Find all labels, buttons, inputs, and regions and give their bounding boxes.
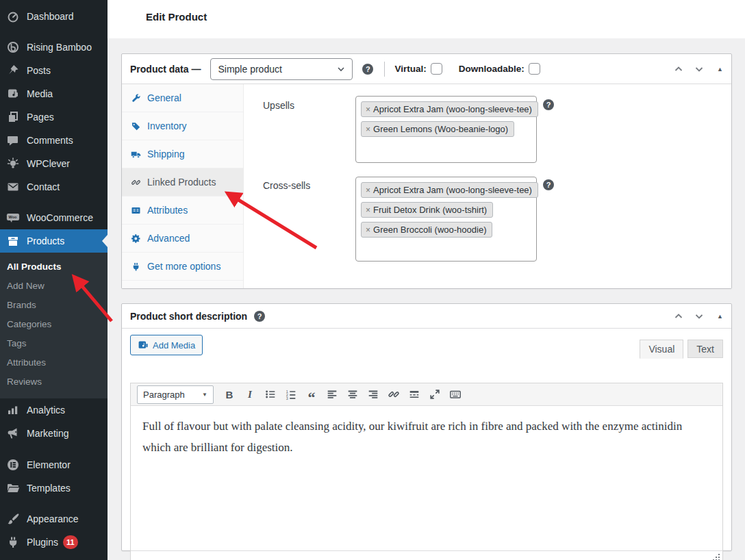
sidebar-item-pages[interactable]: Pages: [0, 105, 108, 129]
tab-inventory[interactable]: Inventory: [122, 112, 243, 140]
submenu-attributes[interactable]: Attributes: [0, 353, 108, 372]
italic-button[interactable]: I: [240, 385, 260, 403]
remove-icon[interactable]: ×: [366, 225, 370, 235]
bold-button[interactable]: B: [219, 385, 240, 403]
downloadable-checkbox[interactable]: [529, 63, 540, 75]
align-right-button[interactable]: [363, 385, 383, 403]
tag-icon: [131, 121, 141, 131]
plugins-count-badge: 11: [63, 535, 78, 549]
remove-icon[interactable]: ×: [366, 125, 370, 134]
add-media-button[interactable]: Add Media: [130, 335, 203, 355]
move-down-icon[interactable]: [694, 64, 705, 75]
lightbulb-icon: [6, 157, 20, 170]
cross-sell-tag[interactable]: ×Apricot Extra Jam (woo-long-sleeve-tee): [361, 182, 538, 198]
elementor-icon: [6, 458, 20, 472]
sidebar-item-comments[interactable]: Comments: [0, 129, 108, 152]
bullet-list-button[interactable]: [260, 385, 281, 403]
submenu-reviews[interactable]: Reviews: [0, 372, 108, 392]
tab-general[interactable]: General: [122, 84, 243, 112]
visual-editor: Paragraph ▼ B I 123 “: [130, 383, 723, 560]
sidebar-item-contact[interactable]: Contact: [0, 175, 108, 199]
align-left-button[interactable]: [322, 385, 342, 403]
megaphone-icon: [6, 427, 20, 440]
upsells-select[interactable]: ×Apricot Extra Jam (woo-long-sleeve-tee)…: [355, 96, 537, 163]
upsells-help-icon[interactable]: ?: [543, 99, 554, 110]
sidebar-item-posts[interactable]: Posts: [0, 59, 108, 82]
product-type-select[interactable]: Simple product: [210, 58, 353, 80]
paragraph-format-select[interactable]: Paragraph ▼: [137, 385, 214, 404]
gear-icon: [131, 233, 141, 244]
sidebar-item-wpclever[interactable]: WPClever: [0, 152, 108, 175]
editor-statusbar: [131, 550, 722, 560]
insert-link-button[interactable]: [383, 385, 404, 403]
product-type-value: Simple product: [218, 64, 281, 75]
keyboard-shortcuts-button[interactable]: [445, 385, 466, 403]
sidebar-item-templates[interactable]: Templates: [0, 476, 108, 500]
align-center-button[interactable]: [342, 385, 363, 403]
tab-attributes[interactable]: Attributes: [122, 196, 243, 225]
tab-visual[interactable]: Visual: [640, 340, 683, 359]
tab-shipping[interactable]: Shipping: [122, 140, 243, 168]
wordpress-admin: Dashboard Rising Bamboo Posts Media Page…: [0, 0, 745, 560]
product-data-panel: Product data — Simple product ? Virtual:…: [121, 53, 732, 289]
tab-text[interactable]: Text: [687, 340, 723, 358]
fullscreen-button[interactable]: [425, 385, 445, 403]
read-more-button[interactable]: [404, 385, 425, 403]
plug-icon: [131, 262, 141, 272]
editor-content[interactable]: Full of flavour but with palate cleansin…: [131, 406, 722, 550]
submenu-categories[interactable]: Categories: [0, 315, 108, 334]
product-data-header: Product data — Simple product ? Virtual:…: [122, 54, 731, 84]
toggle-panel-icon[interactable]: ▲: [717, 66, 723, 73]
help-icon[interactable]: ?: [362, 64, 373, 75]
plugins-icon: [6, 535, 20, 549]
cross-sells-label: Cross-sells: [263, 180, 310, 191]
cross-sells-help-icon[interactable]: ?: [543, 179, 554, 190]
short-description-header: Product short description ? ▲: [122, 304, 731, 329]
pages-icon: [6, 110, 20, 124]
upsell-tag[interactable]: ×Apricot Extra Jam (woo-long-sleeve-tee): [361, 101, 538, 117]
help-icon[interactable]: ?: [254, 311, 265, 322]
remove-icon[interactable]: ×: [366, 186, 370, 195]
resize-grip-icon[interactable]: [711, 552, 721, 560]
cross-sell-tag[interactable]: ×Green Broccoli (woo-hoodie): [361, 222, 492, 238]
linked-products-panel: Upsells ×Apricot Extra Jam (woo-long-sle…: [244, 84, 731, 288]
divider: [384, 62, 385, 77]
blockquote-button[interactable]: “: [301, 385, 322, 403]
sidebar-item-marketing[interactable]: Marketing: [0, 422, 108, 445]
analytics-icon: [6, 403, 20, 417]
svg-text:3: 3: [286, 396, 288, 400]
move-up-icon[interactable]: [673, 311, 684, 322]
sidebar-item-rising-bamboo[interactable]: Rising Bamboo: [0, 36, 108, 59]
tab-get-more-options[interactable]: Get more options: [122, 253, 243, 281]
cross-sell-tag[interactable]: ×Fruit Detox Drink (woo-tshirt): [361, 202, 493, 218]
remove-icon[interactable]: ×: [366, 105, 370, 114]
numbered-list-button[interactable]: 123: [281, 385, 301, 403]
sidebar-item-elementor[interactable]: Elementor: [0, 453, 108, 476]
sidebar-item-dashboard[interactable]: Dashboard: [0, 5, 108, 28]
sidebar-item-analytics[interactable]: Analytics: [0, 398, 108, 422]
media-icon: [138, 340, 149, 351]
upsells-label: Upsells: [263, 100, 294, 111]
sidebar-item-products[interactable]: Products: [0, 229, 108, 253]
move-up-icon[interactable]: [673, 64, 684, 75]
virtual-checkbox[interactable]: [431, 63, 442, 75]
upsell-tag[interactable]: ×Green Lemons (Woo-beanie-logo): [361, 121, 514, 137]
sidebar-item-woocommerce[interactable]: Woo WooCommerce: [0, 206, 108, 229]
submenu-add-new[interactable]: Add New: [0, 277, 108, 296]
downloadable-label: Downloadable:: [459, 64, 525, 74]
paintbrush-icon: [6, 512, 20, 526]
submenu-all-products[interactable]: All Products: [0, 257, 108, 277]
remove-icon[interactable]: ×: [366, 205, 370, 215]
submenu-brands[interactable]: Brands: [0, 296, 108, 315]
move-down-icon[interactable]: [694, 311, 705, 322]
toggle-panel-icon[interactable]: ▲: [717, 313, 723, 320]
cross-sells-select[interactable]: ×Apricot Extra Jam (woo-long-sleeve-tee)…: [355, 177, 537, 262]
tab-linked-products[interactable]: Linked Products: [122, 168, 243, 196]
page-header: Edit Product: [108, 0, 745, 38]
sidebar-item-plugins[interactable]: Plugins 11: [0, 531, 108, 554]
submenu-tags[interactable]: Tags: [0, 334, 108, 353]
tab-advanced[interactable]: Advanced: [122, 225, 243, 253]
sidebar-item-media[interactable]: Media: [0, 82, 108, 105]
rising-bamboo-icon: [6, 40, 20, 54]
sidebar-item-appearance[interactable]: Appearance: [0, 507, 108, 531]
